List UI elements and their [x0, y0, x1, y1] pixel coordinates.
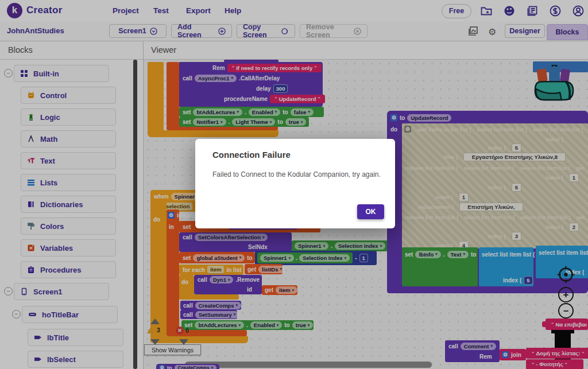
dialog-message: Failed to Connect to the Kodular Compani…: [212, 170, 381, 178]
ok-button[interactable]: OK: [357, 204, 384, 219]
connection-failure-dialog: Connection Failure Failed to Connect to …: [195, 139, 395, 228]
dialog-title: Connection Failure: [212, 150, 291, 160]
